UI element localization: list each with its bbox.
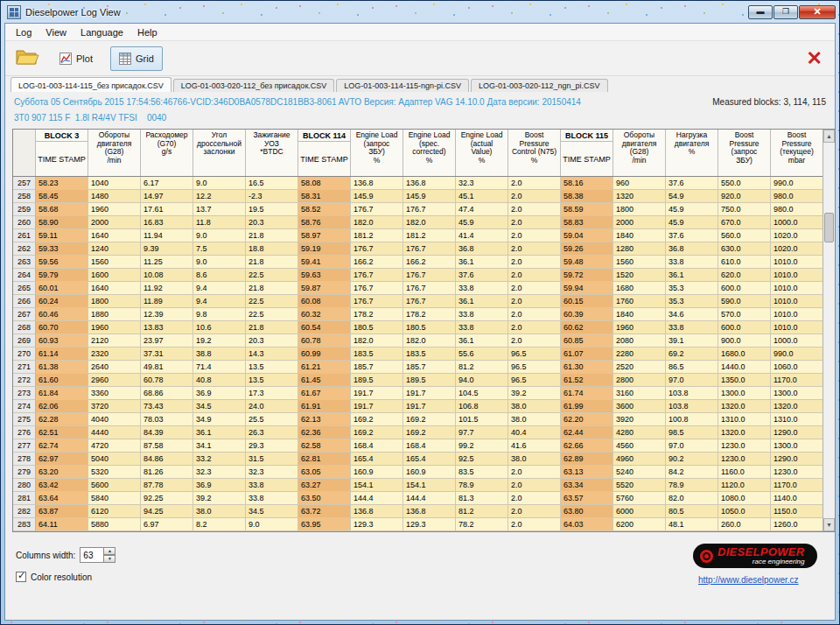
grid-cell[interactable]: 960 xyxy=(613,177,666,190)
grid-cell[interactable]: 1800 xyxy=(88,295,141,308)
grid-cell[interactable]: 33.8 xyxy=(666,256,718,269)
grid-cell[interactable]: 97.7 xyxy=(456,426,508,439)
grid-cell[interactable]: 92.5 xyxy=(456,453,508,466)
grid-cell[interactable]: 71.4 xyxy=(193,361,246,374)
grid-cell[interactable]: 3720 xyxy=(88,400,141,413)
grid-cell[interactable]: 990.0 xyxy=(771,348,822,361)
grid-cell[interactable]: 14.3 xyxy=(246,348,298,361)
grid-cell[interactable]: 39.2 xyxy=(508,387,561,400)
grid-cell[interactable]: 2080 xyxy=(613,334,666,348)
grid-cell[interactable]: 23.97 xyxy=(141,334,193,348)
grid-cell[interactable]: 78.2 xyxy=(456,518,508,531)
grid-cell[interactable]: 1160.0 xyxy=(718,466,771,479)
table-row[interactable]: 26058.90200016.8311.820.358.76182.0182.0… xyxy=(13,216,822,229)
grid-cell[interactable]: 22.5 xyxy=(246,295,298,308)
grid-cell[interactable]: 61.74 xyxy=(561,387,613,400)
menu-help[interactable]: Help xyxy=(130,25,164,39)
grid-cell[interactable]: 2.0 xyxy=(508,203,561,216)
spinner-down-icon[interactable]: ▼ xyxy=(104,555,116,563)
table-row[interactable]: 26560.01164011.929.421.859.87176.7176.73… xyxy=(13,282,822,295)
website-link[interactable]: http://www.dieselpower.cz xyxy=(698,575,799,585)
grid-cell[interactable]: 29.3 xyxy=(246,439,298,453)
grid-cell[interactable]: 1800 xyxy=(613,203,666,216)
table-row[interactable]: 27361.84336068.8636.917.361.67191.7191.7… xyxy=(13,387,822,400)
grid-cell[interactable]: 2.0 xyxy=(508,295,561,308)
grid-cell[interactable]: 129.3 xyxy=(403,518,456,531)
grid-cell[interactable]: 84.39 xyxy=(141,426,193,439)
grid-cell[interactable]: 176.7 xyxy=(351,242,403,256)
grid-cell[interactable]: 39.2 xyxy=(193,492,246,505)
grid-cell[interactable]: 9.39 xyxy=(141,242,193,256)
grid-cell[interactable]: 2.0 xyxy=(508,492,561,505)
grid-cell[interactable]: 11.8 xyxy=(193,216,246,229)
table-row[interactable]: 27862.97504084.8633.231.562.81165.4165.4… xyxy=(13,453,822,466)
grid-cell[interactable]: 168.4 xyxy=(351,439,403,453)
grid-cell[interactable]: 180.5 xyxy=(403,321,456,334)
grid-cell[interactable]: 181.2 xyxy=(351,229,403,242)
grid-cell[interactable]: 63.13 xyxy=(561,466,613,479)
grid-cell[interactable]: 181.2 xyxy=(403,229,456,242)
table-row[interactable]: 28364.1158806.978.29.063.95129.3129.378.… xyxy=(13,518,822,531)
grid-cell[interactable]: 550.0 xyxy=(718,177,771,190)
grid-cell[interactable]: 1960 xyxy=(88,203,141,216)
columns-width-input[interactable] xyxy=(80,547,104,563)
grid-cell[interactable]: 60.08 xyxy=(298,295,351,308)
grid-cell[interactable]: 1640 xyxy=(88,229,141,242)
grid-cell[interactable]: 36.9 xyxy=(193,387,246,400)
grid-cell[interactable]: 60.24 xyxy=(36,295,88,308)
grid-cell[interactable]: 58.68 xyxy=(36,203,88,216)
grid-cell[interactable]: 92.25 xyxy=(141,492,193,505)
grid-cell[interactable]: 34.1 xyxy=(193,439,246,453)
grid-cell[interactable]: 63.27 xyxy=(298,479,351,492)
grid-cell[interactable]: 176.7 xyxy=(351,282,403,295)
grid-cell[interactable]: 59.79 xyxy=(36,269,88,282)
grid-cell[interactable]: 1020.0 xyxy=(771,229,822,242)
grid-cell[interactable]: 62.81 xyxy=(298,453,351,466)
grid-cell[interactable]: 40.8 xyxy=(193,374,246,387)
grid-cell[interactable]: 59.56 xyxy=(36,256,88,269)
grid-cell[interactable]: 2.0 xyxy=(508,518,561,531)
grid-cell[interactable]: 1010.0 xyxy=(771,295,822,308)
grid-cell[interactable]: 5880 xyxy=(88,518,141,531)
grid-cell[interactable]: 63.80 xyxy=(561,505,613,518)
grid-cell[interactable]: 176.7 xyxy=(403,295,456,308)
grid-cell[interactable]: 94.0 xyxy=(456,374,508,387)
grid-cell[interactable]: 36.8 xyxy=(456,242,508,256)
grid-cell[interactable]: 25.5 xyxy=(246,413,298,426)
grid-cell[interactable]: 129.3 xyxy=(351,518,403,531)
grid-cell[interactable]: 78.03 xyxy=(141,413,193,426)
table-row[interactable]: 27562.28404078.0334.925.562.13169.2169.2… xyxy=(13,413,822,426)
grid-cell[interactable]: 176.7 xyxy=(403,203,456,216)
grid-cell[interactable]: 1320.0 xyxy=(718,400,771,413)
grid-cell[interactable]: 94.25 xyxy=(141,505,193,518)
grid-cell[interactable]: 9.0 xyxy=(193,229,246,242)
grid-cell[interactable]: 176.7 xyxy=(403,282,456,295)
grid-cell[interactable]: 1280 xyxy=(613,242,666,256)
grid-cell[interactable]: 1760 xyxy=(613,295,666,308)
grid-cell[interactable]: 191.7 xyxy=(351,387,403,400)
grid-cell[interactable]: 6200 xyxy=(613,518,666,531)
grid-cell[interactable]: 1010.0 xyxy=(771,269,822,282)
grid-cell[interactable]: 1040 xyxy=(88,177,141,190)
grid-cell[interactable]: 36.8 xyxy=(666,242,718,256)
grid-cell[interactable]: 96.5 xyxy=(508,361,561,374)
grid-cell[interactable]: 99.2 xyxy=(456,439,508,453)
grid-cell[interactable]: 19.2 xyxy=(193,334,246,348)
grid-cell[interactable]: 169.2 xyxy=(403,426,456,439)
grid-cell[interactable]: 36.1 xyxy=(456,295,508,308)
grid-cell[interactable]: 33.8 xyxy=(246,479,298,492)
grid-cell[interactable]: 86.5 xyxy=(666,361,718,374)
grid-cell[interactable]: 260.0 xyxy=(718,518,771,531)
grid-cell[interactable]: 2960 xyxy=(88,374,141,387)
grid-cell[interactable]: 180.5 xyxy=(351,321,403,334)
title-bar[interactable]: Dieselpower Log View ▬ ❐ ✕ xyxy=(1,1,839,23)
grid-cell[interactable]: 59.63 xyxy=(298,269,351,282)
grid-cell[interactable]: 1300.0 xyxy=(771,387,822,400)
scroll-up-icon[interactable]: ▲ xyxy=(823,130,835,143)
grid-cell[interactable]: 169.2 xyxy=(351,413,403,426)
grid-cell[interactable]: 590.0 xyxy=(718,295,771,308)
grid-cell[interactable]: 176.7 xyxy=(351,269,403,282)
grid-cell[interactable]: 1600 xyxy=(88,269,141,282)
column-header-13[interactable]: Нагрузка двигателя % xyxy=(666,130,718,176)
grid-cell[interactable]: 178.2 xyxy=(403,308,456,321)
